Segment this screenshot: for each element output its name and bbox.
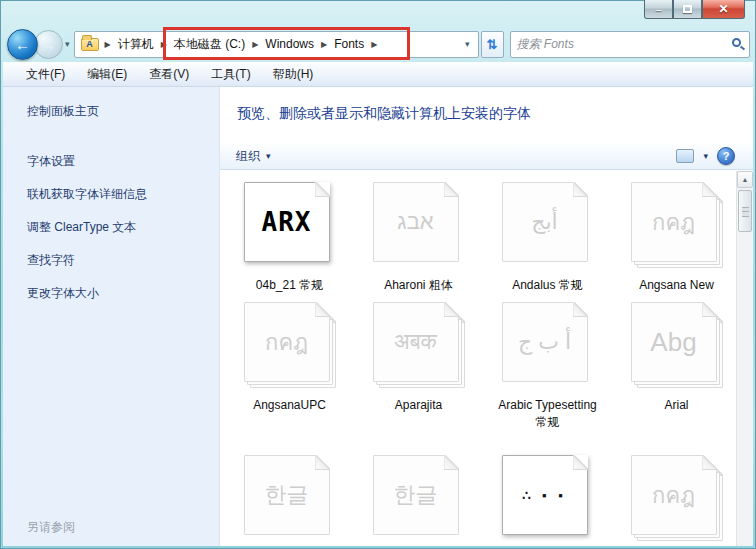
font-file-icon: أبج	[502, 182, 594, 266]
font-preview-glyph: אבג	[397, 209, 433, 235]
window-body: 控制面板主页 字体设置联机获取字体详细信息调整 ClearType 文本查找字符…	[3, 87, 753, 546]
breadcrumb: ▶计算机▶本地磁盘 (C:)▶Windows▶Fonts▶	[102, 34, 381, 55]
sidebar-item[interactable]: 字体设置	[27, 153, 219, 170]
font-preview-glyph: กคฎ	[265, 325, 308, 360]
font-name-label: Aharoni 粗体	[384, 277, 453, 294]
sidebar-item[interactable]: 查找字符	[27, 252, 219, 269]
command-toolbar: 组织 ▾ ▾ ?	[220, 143, 753, 170]
font-file-icon: 한글	[244, 455, 336, 539]
font-tile[interactable]: أبجAndalus 常规	[483, 182, 612, 294]
caption-buttons: – ✕	[644, 0, 745, 19]
crumb-separator-icon: ▶	[249, 40, 261, 49]
font-tile[interactable]: กคฎ	[612, 455, 741, 539]
font-tile[interactable]: अबकAparajita	[354, 302, 483, 431]
font-tile[interactable]: אבגAharoni 粗体	[354, 182, 483, 294]
font-tile[interactable]: أ ب جArabic Typesetting 常规	[483, 302, 612, 431]
font-file-icon: Abg	[631, 302, 723, 386]
vertical-scrollbar[interactable]: ▲	[736, 171, 753, 546]
glyph-box: กคฎ	[631, 182, 717, 262]
menu-item[interactable]: 工具(T)	[200, 63, 261, 86]
font-name-label: 04b_21 常规	[256, 277, 323, 294]
font-preview-glyph: กคฎ	[652, 478, 695, 513]
font-preview-glyph: Abg	[650, 327, 696, 358]
minimize-button[interactable]: –	[644, 0, 673, 19]
breadcrumb-item[interactable]: Windows	[261, 35, 318, 53]
menu-item[interactable]: 编辑(E)	[76, 63, 138, 86]
font-file-icon: 한글	[373, 455, 465, 539]
font-name-label: Andalus 常规	[512, 277, 583, 294]
views-icon[interactable]	[676, 149, 694, 163]
menu-item[interactable]: 查看(V)	[138, 63, 200, 86]
font-preview-glyph: 한글	[265, 480, 309, 510]
font-file-icon: अबक	[373, 302, 465, 386]
address-bar[interactable]: A ▶计算机▶本地磁盘 (C:)▶Windows▶Fonts▶ ▾	[74, 31, 479, 58]
glyph-box: กคฎ	[631, 455, 717, 535]
font-tile[interactable]: 한글	[225, 455, 354, 539]
font-name-label: Arial	[664, 397, 688, 414]
font-file-icon: אבג	[373, 182, 465, 266]
font-tile[interactable]: กคฎAngsana New	[612, 182, 741, 294]
font-grid-row: 한글한글∴ ▪ ▪กคฎ	[225, 455, 741, 539]
font-tile[interactable]: 한글	[354, 455, 483, 539]
font-tile[interactable]: ∴ ▪ ▪	[483, 455, 612, 539]
font-preview-glyph: กคฎ	[652, 205, 695, 240]
maximize-icon	[683, 5, 692, 13]
font-preview-glyph: 한글	[394, 480, 438, 510]
glyph-box: אבג	[373, 182, 459, 262]
back-button[interactable]: ←	[7, 29, 38, 60]
explorer-window: – ✕ ← → ▾ A ▶计算机▶本地磁盘 (C:)▶Windows▶Fonts…	[0, 0, 756, 549]
forward-button[interactable]: →	[34, 30, 63, 59]
breadcrumb-item[interactable]: Fonts	[330, 35, 368, 53]
font-file-icon: กคฎ	[631, 455, 723, 539]
sidebar-item[interactable]: 联机获取字体详细信息	[27, 186, 219, 203]
font-name-label: Arabic Typesetting 常规	[496, 397, 600, 431]
toolbar-right-group: ▾ ?	[676, 147, 735, 165]
help-button[interactable]: ?	[717, 147, 735, 165]
sidebar-item[interactable]: 更改字体大小	[27, 285, 219, 302]
font-name-label: Aparajita	[395, 397, 442, 414]
font-preview-glyph: أبج	[531, 209, 557, 235]
glyph-box: ∴ ▪ ▪	[502, 455, 588, 535]
font-tile[interactable]: AbgArial	[612, 302, 741, 431]
refresh-button[interactable]: ⇅	[481, 31, 504, 58]
views-dropdown-icon[interactable]: ▾	[703, 151, 708, 161]
font-grid-row: กคฎAngsanaUPCअबकAparajitaأ ب جArabic Typ…	[225, 302, 741, 431]
maximize-button[interactable]	[673, 0, 702, 19]
glyph-box: Abg	[631, 302, 717, 382]
scrollbar-thumb[interactable]	[738, 190, 752, 232]
scroll-up-button[interactable]: ▲	[737, 171, 753, 188]
history-dropdown-icon[interactable]: ▾	[65, 39, 70, 49]
font-preview-glyph: أ ب ج	[518, 329, 571, 355]
font-file-icon: ARX	[244, 182, 336, 266]
sidebar-item-control-panel-home[interactable]: 控制面板主页	[27, 103, 219, 120]
crumb-separator-icon: ▶	[102, 40, 114, 49]
close-button[interactable]: ✕	[702, 0, 745, 19]
font-tile[interactable]: กคฎAngsanaUPC	[225, 302, 354, 431]
glyph-box: ARX	[244, 182, 330, 262]
font-preview-glyph: ∴ ▪ ▪	[522, 488, 567, 503]
glyph-box: अबक	[373, 302, 459, 382]
menu-item[interactable]: 文件(F)	[15, 63, 76, 86]
see-also-label: 另请参阅	[27, 519, 75, 536]
breadcrumb-item[interactable]: 计算机	[114, 34, 158, 55]
glyph-box: أبج	[502, 182, 588, 262]
font-preview-glyph: ARX	[262, 206, 312, 238]
sidebar-item[interactable]: 调整 ClearType 文本	[27, 219, 219, 236]
address-dropdown-icon[interactable]: ▾	[461, 39, 474, 49]
content-pane: 预览、删除或者显示和隐藏计算机上安装的字体 组织 ▾ ▾ ? ARX04b_21…	[220, 87, 753, 546]
menu-item[interactable]: 帮助(H)	[262, 63, 325, 86]
font-file-icon: กคฎ	[631, 182, 723, 266]
font-file-icon: أ ب ج	[502, 302, 594, 386]
search-icon[interactable]	[732, 38, 741, 47]
font-tile[interactable]: ARX04b_21 常规	[225, 182, 354, 294]
font-preview-glyph: अबक	[394, 329, 437, 355]
font-grid-row: ARX04b_21 常规אבגAharoni 粗体أبجAndalus 常规กค…	[225, 182, 741, 294]
chevron-down-icon: ▾	[266, 151, 271, 161]
search-input[interactable]	[511, 33, 711, 56]
crumb-separator-icon: ▶	[158, 40, 170, 49]
glyph-box: 한글	[244, 455, 330, 535]
navigation-bar: ← → ▾ A ▶计算机▶本地磁盘 (C:)▶Windows▶Fonts▶ ▾ …	[0, 26, 756, 62]
breadcrumb-item[interactable]: 本地磁盘 (C:)	[170, 34, 249, 55]
page-title: 预览、删除或者显示和隐藏计算机上安装的字体	[237, 105, 531, 123]
organize-button[interactable]: 组织 ▾	[236, 148, 271, 165]
